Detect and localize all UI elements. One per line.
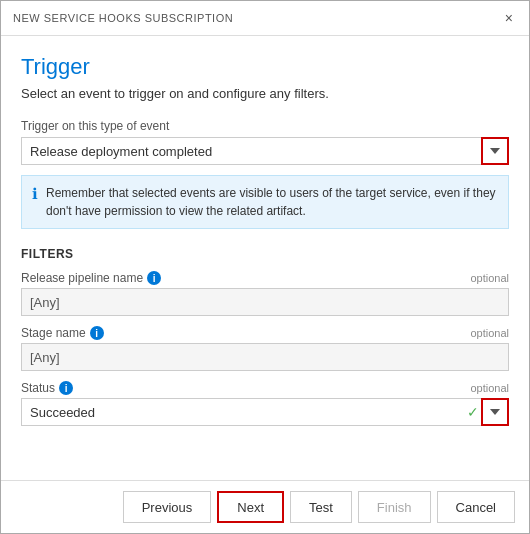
- trigger-label: Trigger on this type of event: [21, 119, 509, 133]
- filter-input-pipeline[interactable]: [21, 288, 509, 316]
- cancel-button[interactable]: Cancel: [437, 491, 515, 523]
- filter-label-pipeline: Release pipeline name i: [21, 271, 161, 285]
- close-button[interactable]: ×: [501, 9, 517, 27]
- filter-row-status: Status i optional Succeeded Failed Cance…: [21, 381, 509, 426]
- status-select[interactable]: Succeeded Failed Canceled PartiallySucce…: [21, 398, 509, 426]
- filter-input-stage[interactable]: [21, 343, 509, 371]
- info-box: ℹ Remember that selected events are visi…: [21, 175, 509, 229]
- filter-row-stage: Stage name i optional: [21, 326, 509, 371]
- trigger-select[interactable]: Release deployment completed Release cre…: [21, 137, 509, 165]
- trigger-select-wrapper: Release deployment completed Release cre…: [21, 137, 509, 165]
- filter-label-status: Status i: [21, 381, 73, 395]
- previous-button[interactable]: Previous: [123, 491, 212, 523]
- filter-optional-status: optional: [470, 382, 509, 394]
- dialog-title-bar: NEW SERVICE HOOKS SUBSCRIPTION ×: [1, 1, 529, 36]
- info-circle-pipeline: i: [147, 271, 161, 285]
- filters-heading: FILTERS: [21, 247, 509, 261]
- info-circle-stage: i: [90, 326, 104, 340]
- next-button[interactable]: Next: [217, 491, 284, 523]
- dialog-footer: Previous Next Test Finish Cancel: [1, 480, 529, 533]
- filter-label-stage: Stage name i: [21, 326, 104, 340]
- dialog: NEW SERVICE HOOKS SUBSCRIPTION × Trigger…: [0, 0, 530, 534]
- page-title: Trigger: [21, 54, 509, 80]
- status-select-wrapper: Succeeded Failed Canceled PartiallySucce…: [21, 398, 509, 426]
- info-text: Remember that selected events are visibl…: [46, 184, 498, 220]
- info-icon: ℹ: [32, 185, 38, 203]
- test-button[interactable]: Test: [290, 491, 352, 523]
- info-circle-status: i: [59, 381, 73, 395]
- finish-button[interactable]: Finish: [358, 491, 431, 523]
- filter-optional-pipeline: optional: [470, 272, 509, 284]
- page-subtext: Select an event to trigger on and config…: [21, 86, 509, 101]
- dialog-title: NEW SERVICE HOOKS SUBSCRIPTION: [13, 12, 233, 24]
- dialog-content: Trigger Select an event to trigger on an…: [1, 36, 529, 480]
- filter-optional-stage: optional: [470, 327, 509, 339]
- filter-row-pipeline: Release pipeline name i optional: [21, 271, 509, 316]
